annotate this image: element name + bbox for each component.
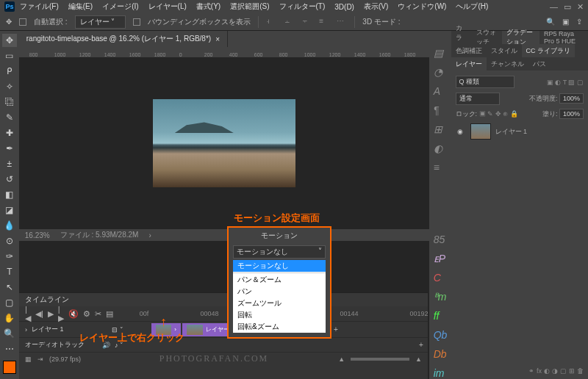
filter-icons[interactable]: ▣ ◐ T ▧ ▢ (547, 79, 584, 86)
motion-option-zoom[interactable]: ズームツール (233, 297, 326, 309)
zoom-tool[interactable]: 🔍 (2, 327, 17, 340)
add-audio-icon[interactable]: + (415, 341, 428, 349)
tab-layers[interactable]: レイヤー (451, 57, 487, 71)
motion-dropdown[interactable]: モーションなし˅ (233, 245, 326, 259)
tab-cclib[interactable]: CC ライブラリ (522, 44, 576, 57)
search-icon[interactable]: 🔍 (546, 18, 555, 26)
panel-shortcut[interactable]: 85 (434, 234, 447, 245)
menu-3d[interactable]: 3D(D) (330, 3, 359, 11)
align-icon[interactable]: ⫞ (266, 17, 276, 27)
lock-icons[interactable]: ▣ ✎ ✥ ⊕ 🔒 (479, 110, 518, 118)
panel-icon[interactable]: ≡ (434, 162, 447, 173)
menu-window[interactable]: ウィンドウ(W) (393, 1, 451, 12)
group-icon[interactable]: ▢ (560, 367, 567, 375)
new-layer-icon[interactable]: ⊞ (569, 367, 575, 375)
canvas[interactable] (19, 57, 429, 229)
move-tool[interactable]: ✥ (2, 34, 17, 47)
type-tool[interactable]: T (2, 265, 17, 278)
hand-tool[interactable]: ✋ (2, 311, 17, 325)
eyedropper-tool[interactable]: ✎ (2, 111, 17, 124)
mute-icon[interactable]: 🔇 (68, 309, 79, 319)
link-icon[interactable]: ⚭ (528, 367, 534, 375)
menu-help[interactable]: ヘルプ(H) (451, 1, 492, 12)
panel-shortcut[interactable]: ᴇP (434, 253, 447, 264)
gradient-tool[interactable]: ◪ (2, 203, 17, 217)
split-icon[interactable]: ✂ (95, 309, 101, 319)
bbox-checkbox[interactable] (133, 18, 140, 26)
maximize-icon[interactable]: ▭ (564, 2, 571, 12)
panel-icon[interactable]: ◔ (434, 66, 447, 78)
panel-shortcut[interactable]: Qb (434, 329, 447, 341)
first-frame-icon[interactable]: |◀ (25, 305, 31, 323)
adjustment-icon[interactable]: ◑ (552, 367, 558, 375)
path-tool[interactable]: ↖ (2, 281, 17, 294)
pen-tool[interactable]: ✑ (2, 250, 17, 263)
align-icon[interactable]: ⫠ (284, 17, 294, 27)
panel-icon[interactable]: ◐ (434, 142, 447, 154)
distribute-icon[interactable]: ≡ (319, 17, 329, 27)
panel-shortcut[interactable]: Db (434, 348, 447, 360)
motion-option-none[interactable]: モーションなし (233, 260, 326, 272)
tab-color[interactable]: カラー (451, 31, 473, 44)
heal-tool[interactable]: ✚ (2, 126, 17, 140)
next-frame-icon[interactable]: |▶ (58, 305, 64, 323)
mask-icon[interactable]: ◐ (544, 367, 550, 375)
menu-layer[interactable]: レイヤー(L) (144, 1, 191, 12)
transition-icon[interactable]: ▤ (106, 309, 113, 319)
tab-styles[interactable]: スタイル (487, 44, 522, 57)
zoom-level[interactable]: 16.23% (25, 231, 50, 239)
stamp-tool[interactable]: ± (2, 157, 17, 170)
motion-option-rotatezoom[interactable]: 回転&ズーム (233, 321, 326, 333)
shape-tool[interactable]: ▢ (2, 296, 17, 309)
settings-icon[interactable]: ⚙ (83, 309, 90, 319)
wand-tool[interactable]: ✧ (2, 80, 17, 93)
menu-file[interactable]: ファイル(F) (15, 1, 63, 12)
tab-gradient[interactable]: グラデーション (502, 31, 539, 44)
close-icon[interactable]: ✕ (577, 2, 584, 12)
chevron-icon[interactable]: › (25, 326, 27, 333)
history-brush-tool[interactable]: ↺ (2, 173, 17, 186)
play-icon[interactable]: ▶ (48, 309, 54, 319)
crop-tool[interactable]: ⿻ (2, 95, 17, 109)
tab-raya[interactable]: RP5 Raya Pro 5 HUE (539, 31, 588, 44)
marquee-tool[interactable]: ▭ (2, 49, 17, 62)
panel-icon[interactable]: ⊞ (434, 123, 447, 135)
panel-shortcut[interactable]: ff (434, 310, 447, 322)
eraser-tool[interactable]: ◧ (2, 188, 17, 201)
auto-select-checkbox[interactable] (19, 18, 26, 26)
lasso-tool[interactable]: ᑭ (2, 65, 17, 78)
panel-icon[interactable]: ¶ (434, 104, 447, 116)
menu-select[interactable]: 選択範囲(S) (226, 1, 273, 12)
dodge-tool[interactable]: ⊙ (2, 234, 17, 248)
auto-select-target[interactable]: レイヤー ˅ (75, 15, 126, 29)
layer-filter[interactable]: Q 種類 (456, 76, 514, 88)
distribute-icon[interactable]: ⋯ (337, 17, 347, 27)
share-icon[interactable]: ⇪ (576, 18, 582, 26)
minimize-icon[interactable]: — (550, 2, 558, 12)
panel-icon[interactable]: ▤ (434, 47, 447, 59)
fill-input[interactable]: 100% (559, 109, 584, 119)
close-tab-icon[interactable]: × (215, 35, 220, 43)
motion-option-rotate[interactable]: 回転 (233, 309, 326, 321)
prev-frame-icon[interactable]: ◀| (35, 309, 43, 319)
tab-paths[interactable]: パス (528, 57, 551, 71)
panel-shortcut[interactable]: C (434, 272, 447, 284)
fx-icon[interactable]: fx (537, 367, 542, 375)
menu-filter[interactable]: フィルター(T) (275, 1, 330, 12)
blend-mode-select[interactable]: 通常 (456, 93, 500, 105)
trash-icon[interactable]: 🗑 (577, 367, 584, 375)
menu-image[interactable]: イメージ(I) (98, 1, 143, 12)
menu-type[interactable]: 書式(Y) (192, 1, 225, 12)
tab-channels[interactable]: チャンネル (487, 57, 528, 71)
align-icon[interactable]: ⫟ (301, 17, 312, 27)
panel-shortcut[interactable]: ᴮm (434, 291, 447, 303)
motion-option-pan[interactable]: パン (233, 286, 326, 297)
motion-option-panzoom[interactable]: パン＆ズーム (233, 274, 326, 286)
tab-swatches[interactable]: スウォッチ (472, 31, 501, 44)
chevron-icon[interactable]: › (148, 231, 151, 239)
opacity-input[interactable]: 100% (559, 93, 584, 104)
document-tab[interactable]: rangitoto-timelapse-base @ 16.2% (レイヤー 1… (19, 31, 228, 47)
visibility-icon[interactable]: ◉ (457, 128, 466, 135)
menu-view[interactable]: 表示(V) (359, 1, 392, 12)
panel-icon[interactable]: A (434, 85, 447, 97)
